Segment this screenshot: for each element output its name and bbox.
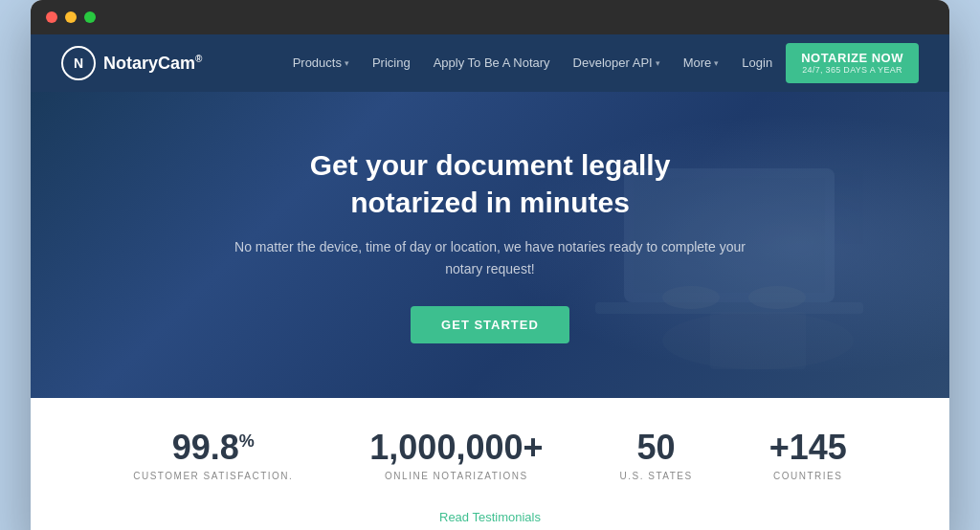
chevron-down-icon: ▾ bbox=[345, 58, 349, 68]
logo-name: NotaryCam® bbox=[103, 54, 202, 74]
logo-sup: ® bbox=[195, 54, 202, 64]
nav-pricing-label: Pricing bbox=[372, 55, 411, 70]
logo-area[interactable]: N NotaryCam® bbox=[61, 46, 202, 80]
stat-states: 50 U.S. STATES bbox=[620, 429, 693, 481]
nav-products-label: Products bbox=[293, 55, 342, 70]
nav-links: Products ▾ Pricing Apply To Be A Notary … bbox=[283, 43, 919, 83]
hero-content: Get your document legally notarized in m… bbox=[222, 146, 758, 343]
stat-notarizations: 1,000,000+ ONLINE NOTARIZATIONS bbox=[369, 429, 543, 481]
notarize-now-sub: 24/7, 365 DAYS A YEAR bbox=[801, 65, 903, 76]
read-testimonials-link[interactable]: Read Testimonials bbox=[439, 510, 541, 524]
stat-notarizations-label: ONLINE NOTARIZATIONS bbox=[369, 471, 543, 481]
stat-states-label: U.S. STATES bbox=[620, 471, 693, 481]
logo-name-text: NotaryCam bbox=[103, 54, 195, 73]
nav-item-more[interactable]: More ▾ bbox=[674, 48, 729, 77]
notarize-now-button[interactable]: NOTARIZE NOW 24/7, 365 DAYS A YEAR bbox=[786, 43, 919, 83]
stats-bar: 99.8% CUSTOMER SATISFACTION. 1,000,000+ … bbox=[31, 398, 949, 500]
stat-countries: +145 COUNTRIES bbox=[769, 429, 847, 481]
testimonials-link-area: Read Testimonials bbox=[31, 500, 949, 530]
chevron-down-icon-api: ▾ bbox=[656, 58, 660, 68]
stat-countries-number: +145 bbox=[769, 429, 847, 467]
browser-chrome bbox=[31, 0, 949, 34]
stat-countries-label: COUNTRIES bbox=[769, 471, 847, 481]
nav-apply-label: Apply To Be A Notary bbox=[434, 55, 550, 70]
site-wrapper: N NotaryCam® Products ▾ Pricing Apply To… bbox=[31, 34, 949, 530]
nav-api-label: Developer API bbox=[573, 55, 653, 70]
stat-satisfaction-number: 99.8% bbox=[133, 429, 293, 467]
navbar: N NotaryCam® Products ▾ Pricing Apply To… bbox=[31, 34, 949, 92]
nav-item-pricing[interactable]: Pricing bbox=[363, 48, 420, 77]
hero-section: Get your document legally notarized in m… bbox=[31, 92, 949, 398]
hero-title: Get your document legally notarized in m… bbox=[222, 146, 758, 221]
nav-item-apply[interactable]: Apply To Be A Notary bbox=[424, 48, 560, 77]
chevron-down-icon-more: ▾ bbox=[714, 58, 719, 68]
stat-satisfaction: 99.8% CUSTOMER SATISFACTION. bbox=[133, 429, 293, 481]
nav-more-label: More bbox=[683, 55, 712, 70]
dot-red[interactable] bbox=[46, 11, 57, 23]
hero-subtitle: No matter the device, time of day or loc… bbox=[222, 236, 758, 279]
dot-green[interactable] bbox=[84, 11, 96, 23]
logo-icon-text: N bbox=[74, 55, 83, 71]
stat-states-number: 50 bbox=[620, 429, 693, 467]
notarize-now-label: NOTARIZE NOW bbox=[801, 51, 903, 65]
nav-item-developer-api[interactable]: Developer API ▾ bbox=[564, 48, 670, 77]
nav-item-products[interactable]: Products ▾ bbox=[283, 48, 359, 77]
hero-title-line1: Get your document legally bbox=[310, 149, 671, 181]
nav-login-button[interactable]: Login bbox=[732, 48, 782, 77]
browser-window: N NotaryCam® Products ▾ Pricing Apply To… bbox=[31, 0, 949, 530]
get-started-button[interactable]: GET STARTED bbox=[411, 306, 569, 343]
stat-notarizations-number: 1,000,000+ bbox=[369, 429, 543, 467]
logo-icon: N bbox=[61, 46, 96, 80]
stat-satisfaction-label: CUSTOMER SATISFACTION. bbox=[133, 471, 293, 481]
dot-yellow[interactable] bbox=[65, 11, 77, 23]
hero-title-line2: notarized in minutes bbox=[350, 187, 630, 218]
